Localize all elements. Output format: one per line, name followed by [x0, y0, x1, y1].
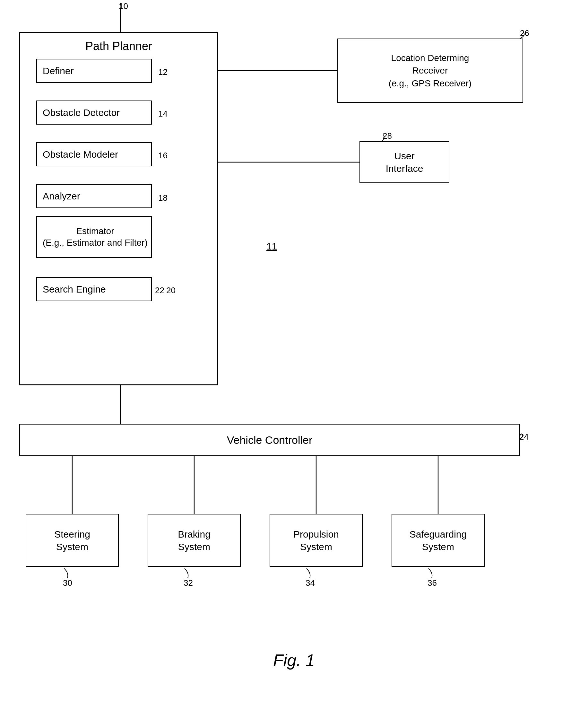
braking-label: Braking System [178, 528, 210, 553]
location-box: Location Determing Receiver (e.g., GPS R… [337, 38, 523, 103]
vehicle-controller-label: Vehicle Controller [227, 433, 312, 447]
label-11: 11 [266, 241, 277, 252]
search-engine-ref-20: 20 [166, 285, 176, 296]
path-planner-box: Path Planner Definer 12 Obstacle Detecto… [19, 32, 218, 385]
search-engine-box: Search Engine [36, 277, 152, 301]
vehicle-controller-box: Vehicle Controller [19, 424, 520, 456]
svg-text:10: 10 [119, 1, 128, 11]
location-label: Location Determing Receiver (e.g., GPS R… [389, 52, 471, 90]
braking-system-box: Braking System [148, 514, 241, 567]
location-ref: 26 [520, 28, 529, 38]
search-engine-ref-22: 22 [155, 285, 164, 296]
obstacle-modeler-ref: 16 [158, 150, 167, 161]
steering-system-box: Steering System [26, 514, 119, 567]
safeguarding-label: Safeguarding System [410, 528, 467, 553]
analyzer-label: Analyzer [43, 190, 80, 202]
estimator-box: Estimator (E.g., Estimator and Filter) [36, 216, 152, 258]
propulsion-system-box: Propulsion System [270, 514, 363, 567]
search-engine-label: Search Engine [43, 283, 106, 296]
path-planner-title: Path Planner [20, 39, 217, 54]
user-interface-ref: 28 [383, 131, 392, 141]
propulsion-label: Propulsion System [293, 528, 339, 553]
obstacle-modeler-label: Obstacle Modeler [43, 148, 118, 160]
definer-box: Definer [36, 59, 152, 83]
vehicle-controller-ref: 24 [519, 432, 529, 442]
braking-ref: 32 [184, 578, 193, 588]
obstacle-detector-label: Obstacle Detector [43, 106, 120, 119]
steering-label: Steering System [54, 528, 90, 553]
safeguarding-system-box: Safeguarding System [392, 514, 485, 567]
fig-label: Fig. 1 [273, 651, 315, 670]
analyzer-box: Analyzer [36, 184, 152, 208]
definer-label: Definer [43, 65, 74, 77]
safeguarding-ref: 36 [428, 578, 437, 588]
estimator-label: Estimator (E.g., Estimator and Filter) [43, 225, 148, 249]
obstacle-modeler-box: Obstacle Modeler [36, 142, 152, 166]
user-interface-label: User Interface [386, 150, 423, 175]
obstacle-detector-ref: 14 [158, 109, 167, 119]
diagram: 10 [0, 0, 588, 702]
analyzer-ref: 18 [158, 193, 167, 204]
obstacle-detector-box: Obstacle Detector [36, 101, 152, 125]
user-interface-box: User Interface [359, 141, 449, 183]
steering-ref: 30 [63, 578, 72, 588]
definer-ref: 12 [158, 67, 167, 78]
propulsion-ref: 34 [306, 578, 315, 588]
